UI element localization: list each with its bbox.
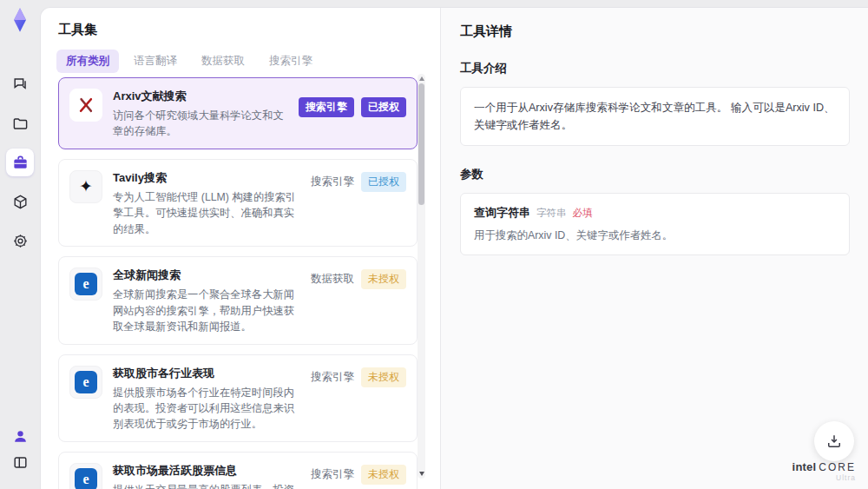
sidebar-item-settings[interactable] bbox=[6, 227, 34, 254]
detail-title: 工具详情 bbox=[460, 23, 850, 40]
category-badge: 搜索引擎 bbox=[299, 97, 354, 117]
tool-card-most-active-stocks[interactable]: e 获取市场最活跃股票信息 提供当天交易量最高的股票列表。投资者可以利用这些信息… bbox=[58, 452, 418, 489]
tool-name: Arxiv文献搜索 bbox=[113, 87, 288, 104]
gear-icon bbox=[12, 233, 29, 249]
sidebar-item-collapse[interactable] bbox=[6, 448, 34, 476]
sparkle-icon: ✦ bbox=[69, 170, 102, 203]
list-scrollbar[interactable] bbox=[418, 74, 425, 479]
tool-name: Tavily搜索 bbox=[113, 169, 300, 186]
tool-card-global-news[interactable]: e 全球新闻搜索 全球新闻搜索是一个聚合全球各大新闻网站内容的搜索引擎，帮助用户… bbox=[58, 256, 418, 344]
category-label: 搜索引擎 bbox=[311, 175, 354, 189]
intel-wordmark: intel bbox=[792, 460, 817, 473]
intel-sub-label: Ultra bbox=[792, 474, 856, 482]
status-badge: 未授权 bbox=[361, 465, 406, 485]
folder-icon bbox=[12, 116, 29, 132]
tool-description: 访问各个研究领域大量科学论文和文章的存储库。 bbox=[113, 108, 288, 140]
sidebar-item-chat[interactable] bbox=[6, 69, 34, 97]
news-engine-icon: e bbox=[69, 463, 102, 489]
tool-list: Arxiv文献搜索 访问各个研究领域大量科学论文和文章的存储库。 搜索引擎 已授… bbox=[58, 77, 418, 489]
app-sidebar bbox=[0, 0, 40, 489]
intro-text: 一个用于从Arxiv存储库搜索科学论文和文章的工具。 输入可以是Arxiv ID… bbox=[474, 99, 836, 134]
chat-icon bbox=[12, 76, 29, 92]
status-badge: 已授权 bbox=[361, 97, 406, 117]
tab-all-categories[interactable]: 所有类别 bbox=[56, 50, 119, 73]
tool-card-tavily[interactable]: ✦ Tavily搜索 专为人工智能代理 (LLM) 构建的搜索引擎工具。可快速提… bbox=[58, 159, 418, 247]
intro-heading: 工具介绍 bbox=[460, 61, 850, 76]
arxiv-logo-icon bbox=[69, 89, 102, 122]
app-logo-icon bbox=[8, 7, 32, 33]
status-badge: 未授权 bbox=[361, 367, 406, 387]
page-title: 工具集 bbox=[58, 22, 97, 38]
intel-core-logo: intelCORE Ultra bbox=[792, 461, 856, 482]
scroll-up-arrow-icon[interactable] bbox=[419, 76, 424, 81]
tool-list-panel: 工具集 所有类别 语言翻译 数据获取 搜索引擎 Arxiv文献搜索 访问各个研究… bbox=[41, 8, 440, 489]
status-badge: 未授权 bbox=[361, 269, 406, 289]
category-label: 数据获取 bbox=[311, 272, 354, 287]
param-required-badge: 必填 bbox=[573, 207, 593, 220]
main-surface: 工具集 所有类别 语言翻译 数据获取 搜索引擎 Arxiv文献搜索 访问各个研究… bbox=[40, 7, 868, 489]
sidebar-item-packages[interactable] bbox=[6, 188, 34, 215]
category-label: 搜索引擎 bbox=[311, 370, 354, 385]
download-button[interactable] bbox=[814, 421, 854, 461]
tool-name: 获取市场最活跃股票信息 bbox=[113, 461, 300, 479]
intro-card: 一个用于从Arxiv存储库搜索科学论文和文章的工具。 输入可以是Arxiv ID… bbox=[460, 87, 850, 146]
news-engine-icon: e bbox=[69, 366, 102, 399]
user-icon bbox=[12, 428, 29, 445]
scrollbar-thumb[interactable] bbox=[418, 83, 424, 205]
tool-card-arxiv[interactable]: Arxiv文献搜索 访问各个研究领域大量科学论文和文章的存储库。 搜索引擎 已授… bbox=[58, 77, 418, 149]
params-heading: 参数 bbox=[460, 167, 850, 182]
category-tabs: 所有类别 语言翻译 数据获取 搜索引擎 bbox=[56, 50, 322, 73]
tab-language-translation[interactable]: 语言翻译 bbox=[124, 50, 187, 73]
tool-description: 全球新闻搜索是一个聚合全球各大新闻网站内容的搜索引擎，帮助用户快速获取全球最新资… bbox=[113, 287, 300, 334]
param-card: 查询字符串 字符串 必填 用于搜索的Arxiv ID、关键字或作者姓名。 bbox=[460, 193, 850, 255]
tool-description: 提供股票市场各个行业在特定时间段内的表现。投资者可以利用这些信息来识别表现优于或… bbox=[113, 385, 300, 433]
tool-card-sector-performance[interactable]: e 获取股市各行业表现 提供股票市场各个行业在特定时间段内的表现。投资者可以利用… bbox=[58, 354, 418, 442]
sidebar-item-files[interactable] bbox=[6, 109, 34, 137]
tool-name: 获取股市各行业表现 bbox=[113, 364, 300, 381]
tool-description: 提供当天交易量最高的股票列表。投资者可以利用这些信息来识别流动性强的股票和潜在的… bbox=[113, 482, 300, 489]
scroll-down-arrow-icon[interactable] bbox=[419, 472, 424, 476]
tool-detail-panel: 工具详情 工具介绍 一个用于从Arxiv存储库搜索科学论文和文章的工具。 输入可… bbox=[440, 8, 868, 489]
param-name: 查询字符串 bbox=[474, 205, 530, 221]
tool-description: 专为人工智能代理 (LLM) 构建的搜索引擎工具。可快速提供实时、准确和真实的结… bbox=[113, 189, 300, 237]
tool-name: 全球新闻搜索 bbox=[113, 266, 300, 283]
param-type: 字符串 bbox=[536, 207, 567, 220]
briefcase-icon bbox=[12, 155, 29, 171]
param-description: 用于搜索的Arxiv ID、关键字或作者姓名。 bbox=[474, 228, 836, 243]
panel-columns-icon bbox=[12, 454, 29, 471]
tab-data-acquisition[interactable]: 数据获取 bbox=[192, 50, 254, 73]
core-wordmark: CORE bbox=[819, 461, 856, 473]
status-badge: 已授权 bbox=[361, 172, 406, 192]
category-label: 搜索引擎 bbox=[311, 467, 354, 482]
tab-search-engine[interactable]: 搜索引擎 bbox=[260, 50, 322, 73]
download-icon bbox=[825, 433, 843, 450]
sidebar-item-account[interactable] bbox=[6, 422, 34, 450]
cube-icon bbox=[12, 194, 29, 210]
sidebar-item-tools[interactable] bbox=[6, 149, 34, 176]
news-engine-icon: e bbox=[69, 268, 102, 301]
